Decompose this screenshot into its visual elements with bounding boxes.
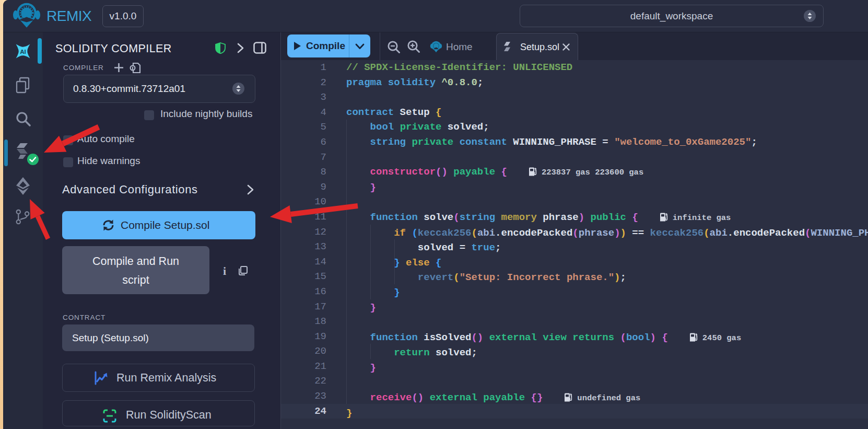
svg-text:AI: AI: [20, 48, 26, 55]
